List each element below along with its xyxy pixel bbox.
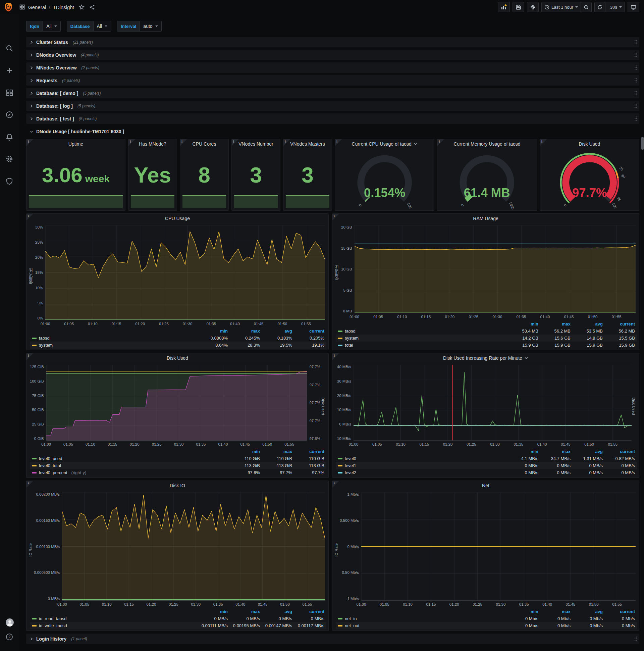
legend-header-max[interactable]: max: [262, 448, 294, 455]
legend-header-max[interactable]: max: [540, 448, 573, 455]
panel-title[interactable]: VNodes Number: [232, 139, 280, 149]
add-panel-button[interactable]: [498, 2, 510, 12]
info-icon[interactable]: i: [334, 481, 335, 485]
panel-title[interactable]: Has MNode?: [128, 139, 177, 149]
row-drag-handle[interactable]: [634, 78, 637, 83]
panel-title[interactable]: Disk Used: [540, 139, 639, 149]
panel-title[interactable]: Disk IO: [27, 481, 328, 490]
info-icon[interactable]: i: [130, 139, 131, 143]
share-icon[interactable]: [89, 4, 95, 10]
row-mnodes-overview[interactable]: MNodes Overview(2 panels): [26, 62, 639, 73]
plot-area[interactable]: [62, 492, 325, 601]
row-drag-handle[interactable]: [634, 65, 637, 70]
info-icon[interactable]: i: [334, 353, 335, 358]
explore-compass-icon[interactable]: [5, 111, 13, 119]
row-login-history[interactable]: Login History(1 panel): [26, 633, 639, 644]
legend-header-avg[interactable]: avg: [573, 320, 605, 328]
row-drag-handle[interactable]: [634, 91, 637, 96]
legend-series-net_in[interactable]: net_in: [338, 616, 506, 621]
info-icon[interactable]: i: [182, 139, 183, 143]
row-dnodes-overview[interactable]: DNodes Overview(4 panels): [26, 50, 639, 60]
dashboard-grid-icon[interactable]: [20, 4, 25, 10]
user-avatar[interactable]: [5, 618, 13, 626]
panel-title[interactable]: Disk Used Increasing Rate per Minute: [332, 353, 639, 363]
alerting-bell-icon[interactable]: [5, 133, 13, 141]
cycle-view-mode-button[interactable]: [627, 2, 639, 12]
save-dashboard-button[interactable]: [513, 2, 524, 12]
row-drag-handle[interactable]: [634, 116, 637, 121]
legend-header-max[interactable]: max: [230, 328, 262, 335]
legend-series-level2[interactable]: level2: [338, 470, 506, 475]
server-admin-shield-icon[interactable]: [5, 177, 13, 185]
legend-series-io_read_taosd[interactable]: io_read_taosd: [32, 616, 196, 621]
info-icon[interactable]: i: [336, 139, 337, 143]
panel-title[interactable]: Current CPU Usage of taosd: [335, 139, 434, 149]
legend-header-max[interactable]: max: [540, 608, 573, 615]
refresh-button[interactable]: [594, 2, 605, 12]
info-icon[interactable]: i: [233, 139, 234, 143]
panel-title[interactable]: VNodes Masters: [283, 139, 332, 149]
legend-series-net_out[interactable]: net_out: [338, 623, 506, 628]
add-icon[interactable]: [5, 66, 13, 74]
panel-title[interactable]: Net: [332, 481, 639, 490]
legend-series-io_write_taosd[interactable]: io_write_taosd: [32, 623, 196, 628]
legend-series-level1[interactable]: level1: [338, 463, 506, 468]
legend-header-max[interactable]: max: [540, 320, 573, 328]
zoom-out-time-button[interactable]: [581, 2, 592, 12]
legend-header-current[interactable]: current: [605, 448, 637, 455]
legend-header-avg[interactable]: avg: [262, 328, 294, 335]
time-range-picker[interactable]: Last 1 hour: [541, 2, 581, 12]
variable-value-dropdown[interactable]: All: [42, 21, 61, 32]
panel-title[interactable]: RAM Usage: [332, 214, 639, 223]
legend-header-min[interactable]: min: [508, 448, 540, 455]
legend-header-max[interactable]: max: [230, 608, 262, 615]
info-icon[interactable]: i: [541, 139, 542, 143]
legend-series-taosd[interactable]: taosd: [338, 329, 506, 334]
legend-header-min[interactable]: min: [508, 608, 540, 615]
legend-series-level0_total[interactable]: level0_total: [32, 463, 228, 468]
breadcrumb-page[interactable]: TDinsight: [53, 4, 74, 10]
row-database-test-[interactable]: Database: [ test ](5 panels): [26, 114, 639, 124]
legend-series-system[interactable]: system: [338, 336, 506, 341]
configuration-gear-icon[interactable]: [5, 155, 13, 163]
legend-header-min[interactable]: min: [230, 448, 262, 455]
legend-header-current[interactable]: current: [605, 608, 637, 615]
legend-series-system[interactable]: system: [32, 343, 196, 348]
legend-header-avg[interactable]: avg: [573, 448, 605, 455]
help-icon[interactable]: ?: [5, 633, 13, 641]
variable-value-dropdown[interactable]: All: [93, 21, 111, 32]
dashboard-settings-button[interactable]: [527, 2, 539, 12]
info-icon[interactable]: i: [28, 353, 29, 358]
row-drag-handle[interactable]: [634, 636, 637, 641]
legend-header-current[interactable]: current: [294, 608, 326, 615]
refresh-interval-picker[interactable]: 30s: [605, 2, 625, 12]
plot-area[interactable]: [354, 365, 632, 441]
row-drag-handle[interactable]: [634, 52, 637, 57]
search-icon[interactable]: [5, 44, 13, 52]
row-cluster-status[interactable]: Cluster Status(21 panels): [26, 37, 639, 47]
legend-header-min[interactable]: min: [198, 608, 230, 615]
panel-title[interactable]: Current Memory Usage of taosd: [438, 139, 536, 149]
legend-header-current[interactable]: current: [294, 328, 326, 335]
star-icon[interactable]: [79, 4, 85, 10]
plot-area[interactable]: [355, 225, 636, 313]
dashboards-icon[interactable]: [5, 89, 13, 97]
panel-title[interactable]: Disk Used: [27, 353, 328, 363]
info-icon[interactable]: i: [285, 139, 286, 143]
info-icon[interactable]: i: [334, 214, 335, 218]
plot-area[interactable]: [361, 492, 636, 601]
legend-series-taosd[interactable]: taosd: [32, 336, 196, 341]
info-icon[interactable]: i: [439, 139, 440, 143]
legend-header-current[interactable]: current: [605, 320, 637, 328]
panel-title[interactable]: CPU Cores: [180, 139, 228, 149]
panel-title[interactable]: CPU Usage: [27, 214, 328, 223]
legend-series-level0_percent[interactable]: level0_percent(right-y): [32, 470, 228, 475]
legend-header-min[interactable]: min: [508, 320, 540, 328]
legend-header-current[interactable]: current: [294, 448, 326, 455]
row-database-demo-[interactable]: Database: [ demo ](5 panels): [26, 88, 639, 98]
plot-area[interactable]: [45, 225, 325, 320]
info-icon[interactable]: i: [28, 214, 29, 218]
legend-series-level0_used[interactable]: level0_used: [32, 456, 228, 461]
legend-header-avg[interactable]: avg: [262, 608, 294, 615]
plot-area[interactable]: [46, 365, 307, 441]
